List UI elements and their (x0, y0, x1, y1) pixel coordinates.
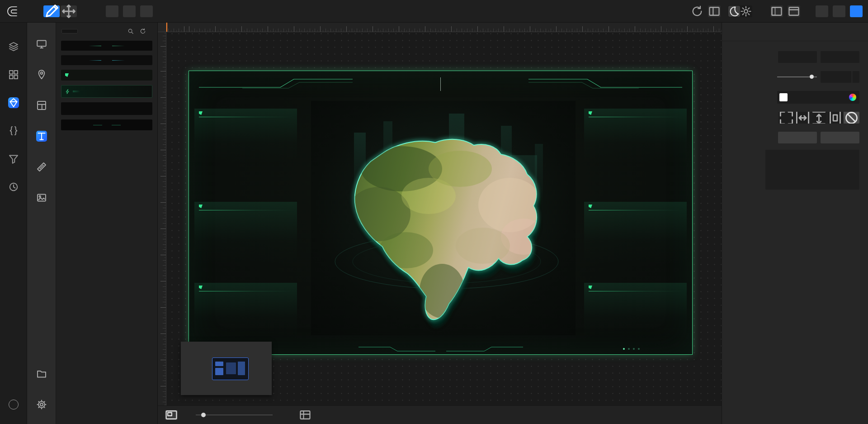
width-field-wrap (778, 51, 817, 63)
scale-fullscreen-button[interactable] (778, 112, 794, 124)
fit-screen-button[interactable] (299, 410, 311, 420)
screen-header[interactable] (189, 71, 692, 97)
background-color-field[interactable] (791, 94, 849, 101)
height-field-wrap (821, 51, 859, 63)
scale-mode-group (778, 112, 859, 124)
thumbnail-row (731, 132, 859, 143)
category-my-favorites[interactable] (28, 391, 55, 419)
braces-icon (8, 125, 19, 136)
category-templates[interactable] (28, 31, 55, 59)
layout-columns-button[interactable] (708, 5, 721, 17)
sidebar-item-layers[interactable] (1, 34, 26, 61)
cover-preview[interactable] (765, 150, 859, 190)
scale-fit-height-button[interactable] (811, 112, 827, 124)
panel-toggle-button[interactable] (770, 5, 783, 17)
scale-none-button[interactable] (844, 112, 859, 124)
zoom-slider-track (196, 414, 273, 415)
horizontal-ruler[interactable] (166, 23, 722, 32)
library-list (56, 38, 157, 130)
height-field[interactable] (821, 51, 859, 63)
minimap[interactable] (181, 342, 272, 395)
width-field[interactable] (778, 51, 817, 63)
color-swatch[interactable] (779, 93, 788, 101)
library-item-title-5[interactable] (61, 102, 152, 115)
stepper-up-icon[interactable] (852, 71, 859, 77)
zoom-slider[interactable] (196, 412, 273, 418)
library-item-title-2[interactable] (61, 55, 152, 65)
zoom-slider-handle[interactable] (201, 413, 206, 417)
category-data-panel[interactable] (28, 92, 55, 120)
minimap-icon (165, 409, 178, 421)
clock-icon (8, 181, 19, 192)
data-panel-right-3[interactable] (584, 283, 687, 338)
opacity-slider[interactable] (777, 74, 817, 80)
artboard[interactable] (189, 71, 692, 354)
data-panel-right-1[interactable] (584, 109, 687, 164)
library-item-title-6[interactable] (61, 119, 152, 130)
screen-adapt-button[interactable] (788, 5, 800, 17)
data-panel-right-2[interactable] (584, 202, 687, 264)
sidebar-item-help[interactable] (1, 392, 26, 419)
preview-button[interactable] (833, 5, 845, 17)
monitor-icon (36, 38, 47, 49)
screen-icon (788, 5, 800, 18)
library-item-title-3[interactable] (61, 70, 152, 81)
scale-fit-center-button[interactable] (827, 112, 843, 124)
sidebar-item-components[interactable] (1, 62, 26, 89)
title-icon (36, 131, 47, 142)
tag-icon (199, 205, 203, 208)
vertical-ruler[interactable] (158, 32, 166, 424)
theme-select[interactable] (61, 29, 78, 33)
capture-cover-button[interactable] (778, 132, 817, 143)
data-panel-left-1[interactable] (194, 109, 297, 164)
stepper-down-icon[interactable] (852, 77, 859, 83)
refresh-button[interactable] (691, 5, 703, 17)
pen-tool-button[interactable] (43, 5, 60, 17)
app-logo-icon[interactable] (5, 5, 19, 18)
opacity-stepper (852, 71, 859, 83)
beautify-button[interactable] (106, 5, 118, 17)
category-my-resources[interactable] (28, 361, 55, 389)
category-design-spec[interactable] (28, 154, 55, 182)
opacity-slider-handle[interactable] (810, 75, 814, 79)
data-panel-left-2[interactable] (194, 202, 297, 264)
search-button[interactable] (140, 5, 153, 17)
data-panel-left-3[interactable] (194, 283, 297, 338)
minimap-viewport[interactable] (212, 357, 249, 380)
grid-icon (8, 69, 19, 80)
library-item-title-4[interactable] (61, 85, 152, 98)
library-header (56, 23, 157, 38)
tag-icon (199, 286, 203, 289)
tag-icon (199, 111, 203, 115)
fit-grid-icon (299, 409, 311, 421)
category-title[interactable] (28, 123, 55, 151)
publish-button[interactable] (850, 5, 863, 17)
sidebar-item-design-library[interactable] (1, 91, 26, 117)
sidebar-item-global-variables[interactable] (1, 119, 26, 145)
datav-editor (0, 0, 868, 424)
snapshot-button[interactable] (816, 5, 828, 17)
ruler-icon (36, 162, 47, 172)
filter-button[interactable] (123, 5, 136, 17)
topbar (0, 0, 868, 23)
theme-dark-button[interactable] (728, 6, 740, 17)
image-icon (36, 192, 47, 203)
scale-fit-width-button[interactable] (795, 112, 811, 124)
canvas-viewport[interactable] (166, 32, 722, 424)
category-assets[interactable] (28, 185, 55, 213)
upload-cover-button[interactable] (821, 132, 859, 143)
tag-icon (589, 205, 592, 208)
minimap-toggle-button[interactable] (165, 410, 178, 420)
library-item-title-1[interactable] (61, 41, 152, 51)
refresh-icon[interactable] (140, 28, 146, 34)
theme-light-button[interactable] (740, 6, 752, 17)
sichuan-map-component[interactable] (311, 101, 576, 335)
category-map[interactable] (28, 62, 55, 90)
move-tool-button[interactable] (61, 5, 77, 17)
sidebar-item-filters[interactable] (1, 147, 26, 173)
page-config-panel (722, 23, 868, 424)
pagination-dots[interactable] (623, 348, 640, 350)
color-wheel-icon[interactable] (849, 94, 856, 101)
search-icon[interactable] (127, 28, 134, 34)
sidebar-item-history[interactable] (1, 175, 26, 201)
